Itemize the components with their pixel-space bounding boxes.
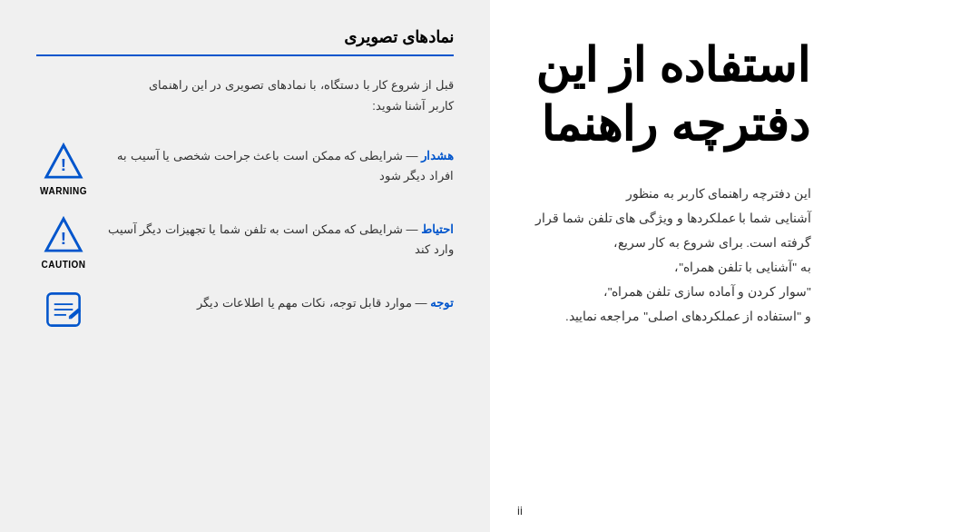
note-text: توجه — موارد قابل توجه، نکات مهم یا اطلا… (103, 290, 454, 313)
warning-description: شرایطی که ممکن است باعث جراحت شخصی یا آس… (117, 149, 454, 182)
warning-triangle-icon: ! (44, 143, 83, 182)
warning-text: هشدار — شرایطی که ممکن است باعث جراحت شخ… (103, 143, 454, 186)
note-icon (44, 290, 83, 330)
caution-text: احتیاط — شرایطی که ممکن است به تلفن شما … (103, 216, 454, 260)
note-label: توجه (430, 296, 454, 310)
note-icon-block (36, 290, 91, 330)
warning-icon-label: WARNING (40, 186, 87, 196)
caution-description: شرایطی که ممکن است به تلفن شما یا تجهیزا… (108, 222, 454, 256)
note-dash: — (415, 296, 426, 310)
warning-icon-block: ! WARNING (36, 143, 91, 196)
caution-label: احتیاط (421, 222, 454, 236)
caution-icon-block: ! CAUTION (36, 216, 91, 270)
right-panel: استفاده از این دفترچه راهنما این دفترچه … (490, 0, 980, 532)
title-line1: استفاده از این (535, 39, 809, 92)
page-number: ii (517, 504, 523, 517)
note-description: موارد قابل توجه، نکات مهم یا اطلاعات دیگ… (197, 296, 411, 310)
svg-text:!: ! (61, 155, 66, 174)
caution-icon-label: CAUTION (41, 260, 85, 270)
warning-row: هشدار — شرایطی که ممکن است باعث جراحت شخ… (36, 143, 454, 196)
left-panel: نمادهای تصویری قبل از شروع کار با دستگاه… (0, 0, 490, 532)
left-intro: قبل از شروع کار با دستگاه، با نمادهای تص… (36, 74, 454, 117)
caution-dash: — (406, 222, 417, 236)
right-description: این دفترچه راهنمای کاربر به منظور آشنایی… (535, 182, 811, 329)
warning-label: هشدار (421, 149, 454, 163)
left-title: نمادهای تصویری (36, 27, 454, 47)
warning-dash: — (406, 149, 417, 163)
caution-row: احتیاط — شرایطی که ممکن است به تلفن شما … (36, 216, 454, 270)
title-line2: دفترچه راهنما (541, 98, 808, 151)
note-row: توجه — موارد قابل توجه، نکات مهم یا اطلا… (36, 290, 454, 330)
svg-text:!: ! (61, 229, 66, 248)
main-title: استفاده از این دفترچه راهنما (535, 36, 809, 154)
caution-triangle-icon: ! (44, 216, 83, 256)
title-underline (36, 54, 454, 56)
